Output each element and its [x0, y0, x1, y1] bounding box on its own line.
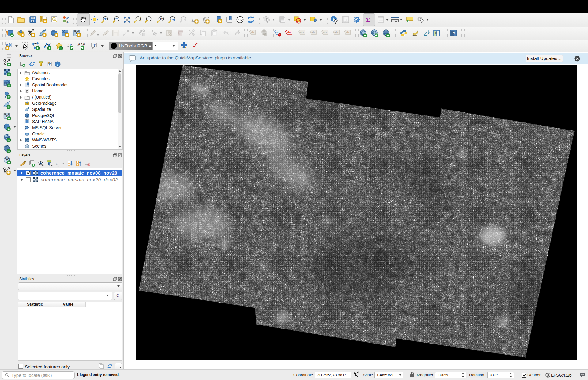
svg-text:a b c: a b c [78, 43, 85, 46]
svg-text:T: T [93, 43, 96, 47]
svg-text:a: a [66, 20, 69, 23]
svg-text:Σ: Σ [366, 16, 371, 24]
svg-text:abc: abc [311, 31, 316, 34]
svg-text:i: i [57, 62, 58, 66]
svg-text:abc: abc [323, 31, 328, 34]
svg-text:abc: abc [287, 31, 292, 34]
svg-text:ε: ε [56, 160, 58, 166]
svg-text:?: ? [453, 31, 455, 36]
svg-text:abc: abc [346, 31, 350, 34]
svg-text:1:1: 1:1 [160, 17, 164, 21]
svg-text:abc: abc [334, 31, 339, 34]
svg-text:abc: abc [300, 31, 305, 34]
svg-text:abc: abc [251, 31, 255, 34]
